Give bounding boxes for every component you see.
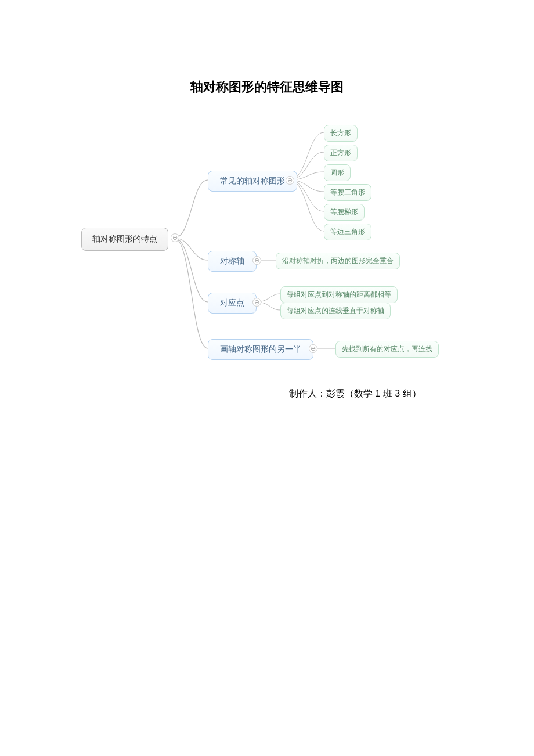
leaf-label: 每组对应点到对称轴的距离都相等 [287, 290, 391, 300]
leaf-label: 长方形 [330, 128, 351, 138]
branch-common-shapes[interactable]: 常见的轴对称图形 [208, 171, 297, 192]
root-label: 轴对称图形的特点 [92, 234, 157, 244]
toggle-icon[interactable]: ⊖ [309, 344, 317, 353]
leaf-label: 圆形 [330, 168, 344, 178]
leaf-circle[interactable]: 圆形 [324, 164, 351, 181]
leaf-label: 等腰梯形 [330, 207, 358, 217]
leaf-label: 先找到所有的对应点，再连线 [342, 344, 432, 354]
branch-corresponding-points[interactable]: 对应点 [208, 293, 257, 314]
leaf-label: 沿对称轴对折，两边的图形完全重合 [282, 256, 394, 266]
leaf-equal-distance[interactable]: 每组对应点到对称轴的距离都相等 [280, 286, 398, 303]
root-node[interactable]: 轴对称图形的特点 [81, 228, 168, 251]
toggle-icon[interactable]: ⊖ [252, 298, 261, 307]
leaf-find-then-connect[interactable]: 先找到所有的对应点，再连线 [335, 341, 439, 358]
branch-label: 画轴对称图形的另一半 [220, 344, 301, 355]
page-title: 轴对称图形的特征思维导图 [0, 78, 534, 96]
leaf-isosceles-triangle[interactable]: 等腰三角形 [324, 184, 371, 201]
leaf-label: 正方形 [330, 148, 351, 158]
leaf-square[interactable]: 正方形 [324, 145, 358, 161]
branch-label: 对应点 [220, 298, 244, 308]
toggle-icon[interactable]: ⊖ [286, 176, 294, 185]
leaf-label: 等边三角形 [330, 227, 365, 237]
branch-label: 对称轴 [220, 256, 244, 267]
toggle-icon[interactable]: ⊖ [252, 256, 261, 265]
toggle-icon[interactable]: ⊖ [171, 233, 179, 242]
leaf-perpendicular[interactable]: 每组对应点的连线垂直于对称轴 [280, 303, 391, 319]
leaf-isosceles-trapezoid[interactable]: 等腰梯形 [324, 204, 365, 221]
leaf-label: 等腰三角形 [330, 188, 365, 197]
branch-axis[interactable]: 对称轴 [208, 251, 257, 272]
leaf-fold-overlap[interactable]: 沿对称轴对折，两边的图形完全重合 [276, 253, 400, 269]
branch-label: 常见的轴对称图形 [220, 176, 285, 186]
leaf-label: 每组对应点的连线垂直于对称轴 [287, 306, 384, 316]
leaf-rectangle[interactable]: 长方形 [324, 125, 358, 142]
leaf-equilateral-triangle[interactable]: 等边三角形 [324, 224, 371, 240]
credit-line: 制作人：彭霞（数学 1 班 3 组） [289, 388, 421, 400]
branch-draw-other-half[interactable]: 画轴对称图形的另一半 [208, 339, 313, 360]
mindmap-container: 轴对称图形的特点 ⊖ 常见的轴对称图形 ⊖ 长方形 正方形 圆形 等腰三角形 等… [75, 122, 505, 372]
